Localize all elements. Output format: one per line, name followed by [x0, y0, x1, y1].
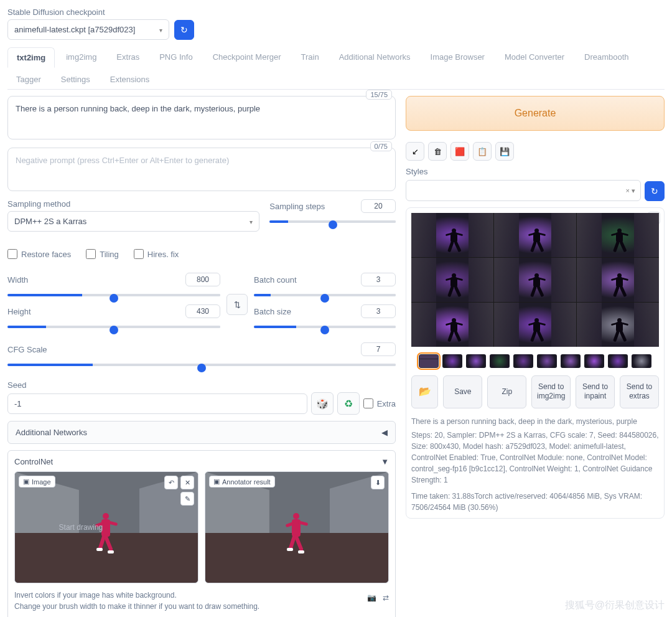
tab-settings[interactable]: Settings — [52, 70, 99, 89]
send-inpaint-button[interactable]: Send to inpaint — [576, 375, 615, 408]
batch-count-slider[interactable] — [254, 294, 396, 296]
checkpoint-label: Stable Diffusion checkpoint — [7, 7, 169, 17]
batch-count-input[interactable] — [361, 273, 396, 286]
width-slider[interactable] — [7, 294, 220, 296]
chevron-left-icon: ◀ — [381, 428, 388, 437]
prompt-token-count: 15/75 — [366, 90, 392, 100]
width-label: Width — [7, 275, 28, 285]
styles-select[interactable]: × ▾ — [406, 180, 641, 201]
cfg-slider[interactable] — [7, 364, 396, 366]
thumbnail[interactable] — [608, 354, 628, 368]
tab-model-converter[interactable]: Model Converter — [496, 47, 573, 67]
tab-train[interactable]: Train — [292, 47, 328, 67]
save-icon-button[interactable]: 💾 — [495, 142, 514, 161]
seed-input[interactable] — [7, 393, 307, 414]
hires-fix-check[interactable]: Hires. fix — [134, 249, 179, 259]
tab-checkpoint-merger[interactable]: Checkpoint Merger — [204, 47, 290, 67]
restore-faces-check[interactable]: Restore faces — [7, 249, 71, 259]
cfg-input[interactable] — [361, 342, 396, 356]
send-extras-button[interactable]: Send to extras — [620, 375, 659, 408]
output-image[interactable] — [577, 303, 659, 347]
output-image[interactable] — [494, 213, 576, 257]
tab-png-info[interactable]: PNG Info — [151, 47, 201, 67]
checkpoint-select[interactable]: animefull-latest.ckpt [a7529df023] — [7, 19, 169, 40]
sampling-method-select[interactable]: DPM++ 2S a Karras — [7, 211, 259, 232]
arrow-button[interactable]: ↙ — [406, 142, 424, 161]
styles-label: Styles — [406, 167, 427, 176]
tab-additional-networks[interactable]: Additional Networks — [330, 47, 419, 67]
negative-prompt-input[interactable] — [7, 148, 396, 191]
edit-button[interactable]: ✎ — [180, 492, 194, 506]
output-gallery: ✕ 📂 Save Zip Send to img2img Send to inp… — [406, 207, 665, 519]
height-label: Height — [7, 307, 31, 316]
cn-hint-2: Change your brush width to make it thinn… — [14, 601, 259, 612]
random-seed-button[interactable]: 🎲 — [311, 392, 334, 415]
output-image[interactable] — [411, 213, 493, 257]
thumbnail[interactable] — [419, 354, 439, 368]
chevron-down-icon[interactable]: ▼ — [381, 457, 389, 466]
sampling-steps-input[interactable] — [361, 199, 396, 213]
controlnet-title: ControlNet — [14, 457, 53, 466]
output-image[interactable] — [411, 258, 493, 302]
width-input[interactable] — [185, 273, 220, 286]
thumbnail[interactable] — [490, 354, 510, 368]
thumbnail[interactable] — [513, 354, 533, 368]
sampling-method-label: Sampling method — [7, 199, 70, 209]
open-folder-button[interactable]: 📂 — [411, 375, 438, 408]
tab-tagger[interactable]: Tagger — [7, 70, 50, 89]
output-image[interactable] — [494, 303, 576, 347]
tiling-check[interactable]: Tiling — [86, 249, 119, 259]
draw-hint: Start drawing — [59, 523, 103, 532]
tab-txt2img[interactable]: txt2img — [7, 47, 55, 68]
image-icon: ▣ — [213, 478, 220, 486]
batch-count-label: Batch count — [254, 275, 297, 285]
output-time-line: Time taken: 31.88sTorch active/reserved:… — [411, 491, 659, 513]
save-button[interactable]: Save — [443, 375, 482, 408]
reuse-seed-button[interactable]: ♻ — [337, 392, 360, 415]
output-prompt-line: There is a person running back, deep in … — [411, 416, 659, 427]
prompt-input[interactable]: There is a person running back, deep in … — [7, 96, 396, 139]
batch-size-slider[interactable] — [254, 326, 396, 328]
output-image[interactable] — [577, 213, 659, 257]
output-params-line: Steps: 20, Sampler: DPM++ 2S a Karras, C… — [411, 430, 659, 486]
neg-token-count: 0/75 — [370, 141, 392, 151]
controlnet-annotator-output: ▣Annotator result ⬇ — [205, 471, 389, 583]
clipboard-button[interactable]: 📋 — [473, 142, 492, 161]
refresh-checkpoint-button[interactable]: ↻ — [174, 20, 194, 40]
zip-button[interactable]: Zip — [487, 375, 526, 408]
thumbnail[interactable] — [561, 354, 581, 368]
thumbnail[interactable] — [632, 354, 651, 368]
extra-seed-check[interactable]: Extra — [363, 398, 396, 408]
swap-wh-button[interactable]: ⇅ — [226, 294, 248, 315]
thumbnail[interactable] — [537, 354, 557, 368]
cfg-label: CFG Scale — [7, 345, 47, 354]
swap-icon[interactable]: ⇄ — [383, 592, 389, 603]
sampling-steps-slider[interactable] — [269, 220, 396, 223]
close-button[interactable]: ✕ — [180, 476, 194, 489]
thumbnail[interactable] — [442, 354, 462, 368]
trash-button[interactable]: 🗑 — [428, 142, 447, 161]
batch-size-label: Batch size — [254, 307, 291, 316]
output-image[interactable] — [411, 303, 493, 347]
thumbnail[interactable] — [466, 354, 486, 368]
tab-img2img[interactable]: img2img — [57, 47, 105, 67]
controlnet-image-input[interactable]: ▣Image ↶ ✕ ✎ Start drawing — [14, 471, 198, 583]
tab-image-browser[interactable]: Image Browser — [422, 47, 493, 67]
tab-extensions[interactable]: Extensions — [101, 70, 159, 89]
camera-icon[interactable]: 📷 — [367, 592, 376, 603]
height-slider[interactable] — [7, 326, 220, 328]
output-image[interactable] — [494, 258, 576, 302]
thumbnail[interactable] — [584, 354, 604, 368]
height-input[interactable] — [185, 304, 220, 318]
output-image[interactable] — [577, 258, 659, 302]
tab-dreambooth[interactable]: Dreambooth — [576, 47, 638, 67]
card-red-button[interactable]: 🟥 — [450, 142, 469, 161]
send-img2img-button[interactable]: Send to img2img — [531, 375, 571, 408]
undo-button[interactable]: ↶ — [164, 476, 178, 489]
tab-extras[interactable]: Extras — [108, 47, 148, 67]
generate-button[interactable]: Generate — [406, 96, 665, 131]
additional-networks-accordion[interactable]: Additional Networks◀ — [7, 421, 396, 444]
batch-size-input[interactable] — [361, 304, 396, 318]
refresh-styles-button[interactable]: ↻ — [645, 181, 665, 201]
download-button[interactable]: ⬇ — [371, 476, 385, 489]
